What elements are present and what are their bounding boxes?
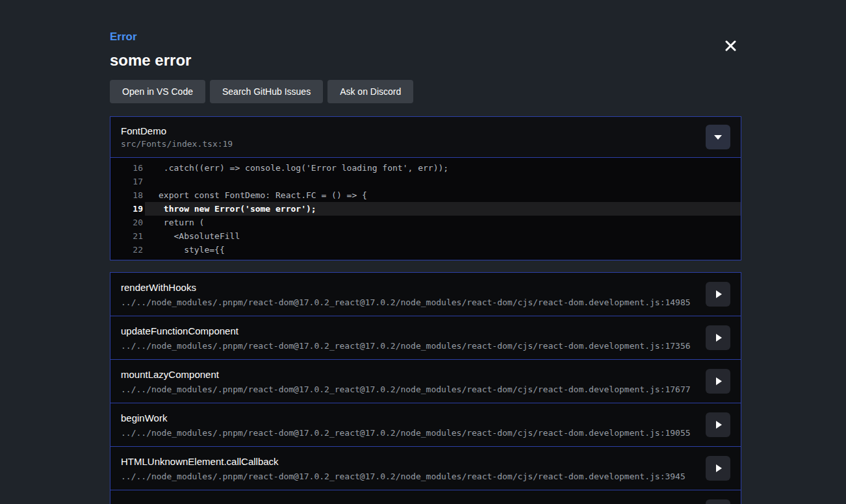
- play-triangle-icon: [716, 377, 722, 385]
- action-buttons: Open in VS Code Search GitHub Issues Ask…: [110, 80, 741, 103]
- code-frame-path: src/Fonts/index.tsx:19: [121, 139, 233, 149]
- stack-frame-row: beginWork ../../node_modules/.pnpm/react…: [110, 403, 741, 447]
- code-line: 21 <AbsoluteFill: [110, 229, 741, 243]
- line-code: [145, 175, 741, 188]
- collapse-code-frame-button[interactable]: [706, 125, 730, 149]
- line-number: 18: [110, 188, 143, 202]
- search-github-issues-button[interactable]: Search GitHub Issues: [210, 80, 323, 103]
- play-triangle-icon: [716, 290, 722, 298]
- code-frame: FontDemo src/Fonts/index.tsx:19 16 .catc…: [110, 116, 741, 260]
- stack-frame-function: HTMLUnknownElement.callCallback: [121, 456, 686, 468]
- expand-stack-frame-button[interactable]: [706, 369, 730, 394]
- caret-down-icon: [714, 135, 722, 140]
- stack-frame-row: renderWithHooks ../../node_modules/.pnpm…: [110, 272, 741, 316]
- code-frame-title: FontDemo: [121, 125, 233, 136]
- stack-frame-source: ../../node_modules/.pnpm/react-dom@17.0.…: [121, 384, 691, 394]
- stack-frame-source: ../../node_modules/.pnpm/react-dom@17.0.…: [121, 472, 686, 481]
- stack-frame-list: renderWithHooks ../../node_modules/.pnpm…: [110, 272, 741, 504]
- stack-frame-function: mountLazyComponent: [121, 369, 691, 381]
- line-number: 22: [110, 243, 143, 257]
- stack-frame-source: ../../node_modules/.pnpm/react-dom@17.0.…: [121, 297, 691, 307]
- code-frame-header-text: FontDemo src/Fonts/index.tsx:19: [121, 125, 233, 149]
- close-icon: [725, 40, 736, 53]
- stack-frame-text: beginWork ../../node_modules/.pnpm/react…: [121, 412, 691, 438]
- error-message: some error: [110, 51, 741, 69]
- remotion-error-overlay: { "colors": { "accent_blue": "#4991f4", …: [0, 0, 846, 504]
- expand-stack-frame-button[interactable]: [706, 325, 730, 350]
- code-frame-header: FontDemo src/Fonts/index.tsx:19: [110, 117, 741, 158]
- line-code: .catch((err) => console.log('Error loadi…: [145, 161, 741, 175]
- play-triangle-icon: [716, 334, 722, 342]
- stack-frame-source: ../../node_modules/.pnpm/react-dom@17.0.…: [121, 428, 691, 438]
- stack-frame-text: renderWithHooks ../../node_modules/.pnpm…: [121, 282, 691, 307]
- ask-on-discord-button[interactable]: Ask on Discord: [327, 80, 413, 103]
- code-line: 18 export const FontDemo: React.FC = () …: [110, 188, 741, 202]
- stack-frame-text: mountLazyComponent ../../node_modules/.p…: [121, 369, 691, 394]
- error-type-label: Error: [110, 31, 741, 43]
- stack-frame-function: updateFunctionComponent: [121, 325, 691, 337]
- stack-frame-function: beginWork: [121, 412, 691, 424]
- error-overlay-content: Error some error Open in VS Code Search …: [110, 0, 741, 504]
- stack-frame-text: HTMLUnknownElement.callCallback ../../no…: [121, 456, 686, 481]
- expand-stack-frame-button[interactable]: [706, 456, 730, 481]
- stack-frame-function: renderWithHooks: [121, 282, 691, 294]
- stack-frame-row-partial: [110, 490, 741, 504]
- line-code: export const FontDemo: React.FC = () => …: [145, 188, 741, 202]
- expand-stack-frame-button[interactable]: [706, 282, 730, 307]
- expand-stack-frame-button[interactable]: [706, 412, 730, 437]
- line-number: 17: [110, 175, 143, 188]
- line-code: style={{: [145, 243, 741, 257]
- open-in-vscode-button[interactable]: Open in VS Code: [110, 80, 205, 103]
- line-number: 20: [110, 216, 143, 229]
- play-triangle-icon: [716, 421, 722, 429]
- stack-frame-row: updateFunctionComponent ../../node_modul…: [110, 316, 741, 360]
- code-line: 17: [110, 175, 741, 188]
- code-line: 22 style={{: [110, 243, 741, 257]
- line-code: <AbsoluteFill: [145, 229, 741, 243]
- line-code: throw new Error('some error');: [145, 202, 741, 216]
- stack-frame-row: HTMLUnknownElement.callCallback ../../no…: [110, 446, 741, 490]
- close-button[interactable]: [724, 39, 737, 55]
- code-line: 16 .catch((err) => console.log('Error lo…: [110, 161, 741, 175]
- line-code: return (: [145, 216, 741, 229]
- line-number: 19: [110, 202, 143, 216]
- stack-frame-text: updateFunctionComponent ../../node_modul…: [121, 325, 691, 351]
- line-number: 21: [110, 229, 143, 243]
- expand-stack-frame-button[interactable]: [706, 499, 730, 504]
- stack-frame-source: ../../node_modules/.pnpm/react-dom@17.0.…: [121, 341, 691, 351]
- play-triangle-icon: [716, 464, 722, 472]
- code-line: 20 return (: [110, 216, 741, 229]
- code-block: 16 .catch((err) => console.log('Error lo…: [110, 158, 741, 260]
- line-number: 16: [110, 161, 143, 175]
- code-line-highlighted: 19 throw new Error('some error');: [110, 202, 741, 216]
- stack-frame-row: mountLazyComponent ../../node_modules/.p…: [110, 359, 741, 403]
